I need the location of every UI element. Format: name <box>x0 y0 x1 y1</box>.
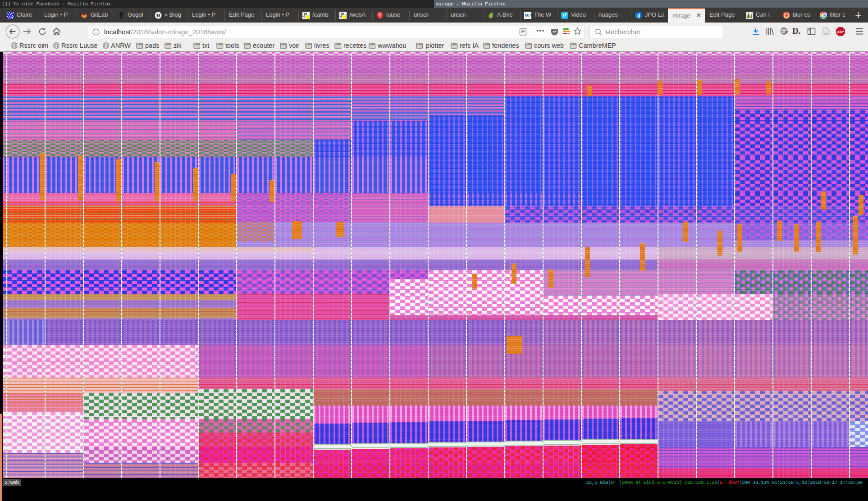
svg-text:ABP: ABP <box>837 30 844 33</box>
svg-text:O: O <box>340 15 342 18</box>
svg-text:O: O <box>303 15 305 18</box>
svg-text:d: d <box>637 13 640 19</box>
svg-text:Ð: Ð <box>156 13 160 18</box>
svg-text:W3: W3 <box>525 13 531 18</box>
